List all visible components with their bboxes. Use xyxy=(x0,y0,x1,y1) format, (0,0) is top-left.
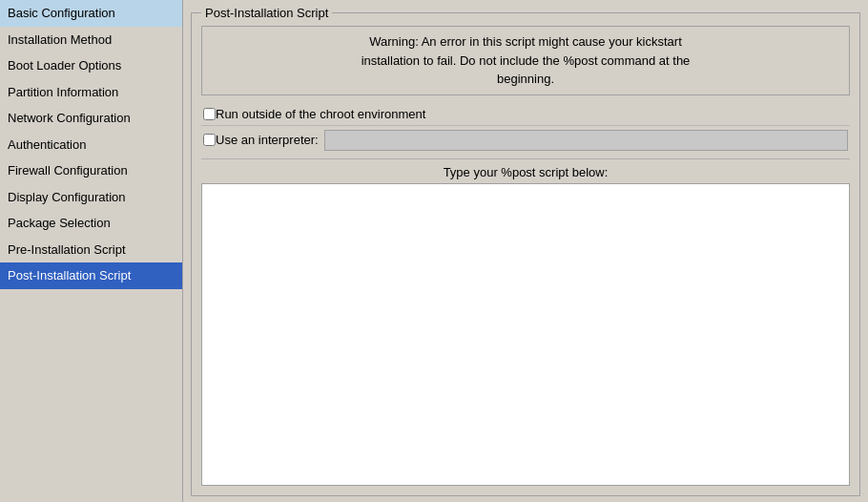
script-label: Type your %post script below: xyxy=(201,165,850,179)
sidebar-item-firewall-configuration[interactable]: Firewall Configuration xyxy=(0,157,182,184)
sidebar-item-installation-method[interactable]: Installation Method xyxy=(0,27,182,53)
options-section: Run outside of the chroot environment Us… xyxy=(201,103,850,159)
sidebar: Basic ConfigurationInstallation MethodBo… xyxy=(0,0,183,502)
sidebar-item-post-installation-script[interactable]: Post-Installation Script xyxy=(0,262,182,289)
sidebar-item-partition-information[interactable]: Partition Information xyxy=(0,79,182,106)
sidebar-item-authentication[interactable]: Authentication xyxy=(0,132,182,158)
sidebar-item-network-configuration[interactable]: Network Configuration xyxy=(0,105,182,132)
use-interpreter-label: Use an interpreter: xyxy=(216,133,319,147)
main-content: Post-Installation Script Warning: An err… xyxy=(183,0,868,502)
warning-text: Warning: An error in this script might c… xyxy=(362,34,691,86)
outside-chroot-checkbox[interactable] xyxy=(203,108,216,120)
sidebar-item-basic-configuration[interactable]: Basic Configuration xyxy=(0,0,182,27)
sidebar-item-boot-loader-options[interactable]: Boot Loader Options xyxy=(0,52,182,79)
use-interpreter-checkbox[interactable] xyxy=(203,134,216,146)
interpreter-input[interactable] xyxy=(324,130,848,151)
sidebar-item-display-configuration[interactable]: Display Configuration xyxy=(0,184,182,211)
post-install-fieldset: Post-Installation Script Warning: An err… xyxy=(191,6,860,496)
interpreter-row: Use an interpreter: xyxy=(201,125,850,155)
sidebar-item-pre-installation-script[interactable]: Pre-Installation Script xyxy=(0,237,182,263)
fieldset-legend: Post-Installation Script xyxy=(201,6,332,20)
outside-chroot-row: Run outside of the chroot environment xyxy=(201,103,850,125)
sidebar-item-package-selection[interactable]: Package Selection xyxy=(0,210,182,237)
warning-box: Warning: An error in this script might c… xyxy=(201,26,850,95)
script-textarea[interactable] xyxy=(201,183,850,487)
outside-chroot-label: Run outside of the chroot environment xyxy=(216,107,425,121)
